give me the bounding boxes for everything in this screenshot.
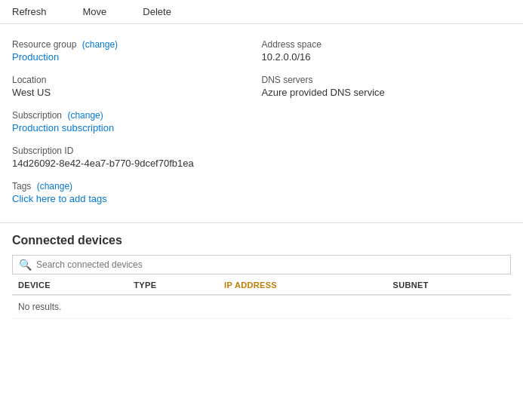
subscription-id-right-empty — [262, 139, 512, 175]
column-type: TYPE — [128, 274, 218, 295]
location-label: Location — [12, 75, 262, 85]
refresh-button[interactable]: Refresh — [9, 5, 50, 19]
subscription-change-link[interactable]: (change) — [67, 110, 103, 121]
resource-group-label: Resource group (change) — [12, 39, 262, 50]
move-label: Move — [83, 6, 107, 17]
address-space-value: 10.2.0.0/16 — [262, 51, 512, 63]
tags-value[interactable]: Click here to add tags — [12, 193, 262, 204]
search-input[interactable] — [36, 259, 504, 270]
connected-devices-title: Connected devices — [12, 234, 511, 247]
subscription-id-label: Subscription ID — [12, 146, 262, 156]
search-box: 🔍 — [12, 255, 511, 274]
search-icon: 🔍 — [19, 259, 32, 271]
subscription-id-block: Subscription ID 14d26092-8e42-4ea7-b770-… — [12, 139, 262, 175]
subscription-value[interactable]: Production subscription — [12, 122, 262, 133]
subscription-right-empty — [262, 104, 512, 139]
resource-group-block: Resource group (change) Production — [12, 33, 262, 69]
tags-block: Tags (change) Click here to add tags — [12, 175, 262, 210]
column-device: DEVICE — [12, 274, 128, 295]
toolbar: Refresh Move Delete — [0, 0, 523, 24]
tags-label: Tags (change) — [12, 181, 262, 192]
column-ip-address: IP ADDRESS — [218, 274, 387, 295]
subscription-label: Subscription (change) — [12, 110, 262, 121]
move-button[interactable]: Move — [80, 5, 110, 19]
table-header-row: DEVICE TYPE IP ADDRESS SUBNET — [12, 274, 511, 295]
delete-button[interactable]: Delete — [140, 5, 174, 19]
tags-change-link[interactable]: (change) — [37, 181, 72, 192]
resource-group-value[interactable]: Production — [12, 51, 262, 63]
address-space-block: Address space 10.2.0.0/16 — [262, 33, 512, 69]
connected-devices-section: Connected devices 🔍 DEVICE TYPE IP ADDRE… — [0, 223, 523, 319]
dns-servers-label: DNS servers — [262, 75, 512, 85]
devices-table: DEVICE TYPE IP ADDRESS SUBNET No results… — [12, 274, 511, 319]
location-block: Location West US — [12, 69, 262, 104]
no-results-row: No results. — [12, 295, 511, 319]
dns-servers-block: DNS servers Azure provided DNS service — [262, 69, 512, 104]
tags-right-empty — [262, 175, 512, 210]
delete-label: Delete — [143, 6, 171, 17]
column-subnet: SUBNET — [387, 274, 511, 295]
address-space-label: Address space — [262, 39, 512, 50]
subscription-id-value: 14d26092-8e42-4ea7-b770-9dcef70fb1ea — [12, 158, 262, 169]
refresh-label: Refresh — [12, 6, 47, 17]
no-results-text: No results. — [12, 295, 511, 319]
properties-grid: Resource group (change) Production Addre… — [0, 24, 523, 210]
location-value: West US — [12, 87, 262, 98]
dns-servers-value: Azure provided DNS service — [262, 87, 512, 98]
resource-group-change-link[interactable]: (change) — [82, 39, 118, 50]
subscription-block: Subscription (change) Production subscri… — [12, 104, 262, 139]
